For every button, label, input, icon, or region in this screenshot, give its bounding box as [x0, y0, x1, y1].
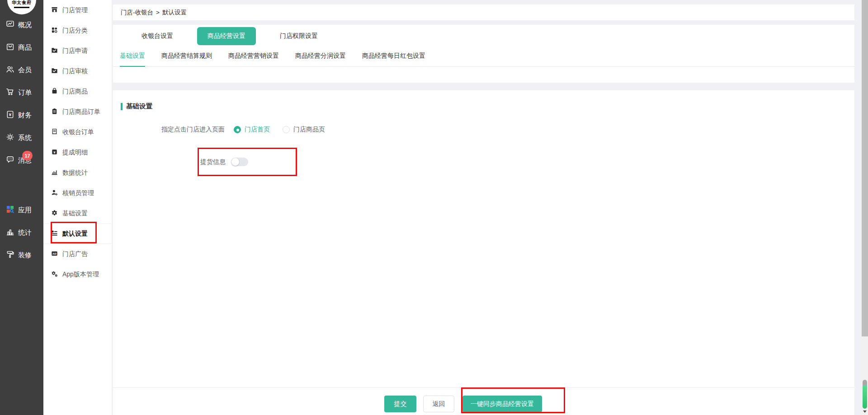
- submenu-item-label: 数据统计: [62, 169, 88, 177]
- subtab-settlement-rules[interactable]: 商品经营结算规则: [161, 52, 212, 67]
- rail-item-stats[interactable]: 统计: [0, 221, 43, 244]
- rail-item-label: 应用: [18, 206, 32, 214]
- submenu-item-label: 门店管理: [62, 6, 88, 14]
- scrollbar-thumb-cap: [863, 380, 867, 386]
- rail-item-finance[interactable]: ¥ 财务: [0, 104, 43, 126]
- rail-item-members[interactable]: 会员: [0, 59, 43, 81]
- submenu-item-label: 核销员管理: [62, 189, 94, 197]
- entry-page-row: 指定点击门店进入页面 门店首页 门店商品页: [113, 126, 325, 134]
- rail-item-messages[interactable]: 消息: [0, 149, 43, 172]
- rail-item-label: 装修: [18, 251, 32, 260]
- submenu-item-label: 提成明细: [62, 149, 88, 157]
- submenu-item-store-application[interactable]: 门店申请: [43, 41, 112, 61]
- design-icon: [6, 250, 14, 260]
- breadcrumb: 门店-收银台 > 默认设置: [113, 5, 854, 20]
- pickup-info-toggle[interactable]: [231, 158, 248, 166]
- subtab-profit-sharing-settings[interactable]: 商品经营分润设置: [295, 52, 346, 67]
- scrollbar-green-thumb[interactable]: [863, 380, 867, 409]
- submenu-item-store-goods[interactable]: 门店商品: [43, 81, 112, 102]
- subtab-marketing-settings[interactable]: 商品经营营销设置: [228, 52, 279, 67]
- submenu-item-label: 门店申请: [62, 47, 88, 55]
- submenu-item-verifier-management[interactable]: 核销员管理: [43, 183, 112, 203]
- svg-text:¥: ¥: [53, 150, 56, 154]
- submenu-item-label: 门店商品: [62, 88, 88, 96]
- radio-selected-icon[interactable]: [234, 126, 241, 133]
- rail-spacer: [0, 172, 43, 199]
- breadcrumb-parent[interactable]: 门店-收银台: [121, 9, 153, 17]
- tab-store-permission-settings[interactable]: 门店权限设置: [269, 27, 328, 45]
- footer-action-bar: 提交 返回 一键同步商品经营设置: [113, 387, 854, 415]
- tabs-panel: 收银台设置 商品经营设置 门店权限设置 基础设置 商品经营结算规则 商品经营营销…: [113, 25, 854, 83]
- stats-icon: [6, 228, 14, 238]
- scrollbar-thumb-body: [863, 386, 867, 409]
- submenu-item-label: 门店分类: [62, 27, 88, 35]
- submenu-item-label: 收银台订单: [62, 128, 94, 136]
- scrollbar-thumb[interactable]: [862, 0, 868, 336]
- sync-goods-settings-button[interactable]: 一键同步商品经营设置: [462, 396, 542, 412]
- settings-panel: 基础设置 指定点击门店进入页面 门店首页 门店商品页 提货信息 提交: [113, 90, 854, 415]
- section-accent-bar: [121, 103, 123, 110]
- submenu-item-store-category[interactable]: 门店分类: [43, 20, 112, 41]
- vertical-scrollbar[interactable]: [862, 0, 868, 415]
- members-icon: [6, 65, 14, 75]
- submenu-item-label: 门店广告: [62, 250, 88, 258]
- verifier-icon: [51, 189, 58, 197]
- submenu-item-commission-details[interactable]: ¥ 提成明细: [43, 142, 112, 163]
- submenu-item-store-management[interactable]: 门店管理: [43, 0, 112, 20]
- main-content: 门店-收银台 > 默认设置 收银台设置 商品经营设置 门店权限设置 基础设置 商…: [112, 0, 854, 415]
- rail-item-label: 订单: [18, 89, 32, 97]
- submenu-item-label: 默认设置: [62, 230, 88, 238]
- rail-item-label: 会员: [18, 66, 32, 75]
- store-icon: [51, 6, 58, 14]
- ad-icon: AD: [51, 250, 58, 258]
- radio-label: 门店商品页: [293, 126, 325, 134]
- overview-icon: [6, 20, 14, 30]
- radio-unselected-icon[interactable]: [283, 126, 290, 133]
- app-version-icon: [51, 270, 58, 279]
- rail-item-goods[interactable]: 商品: [0, 36, 43, 59]
- submenu-item-basic-settings[interactable]: 基础设置: [43, 203, 112, 224]
- back-button[interactable]: 返回: [423, 396, 454, 412]
- folder-check-icon: [51, 67, 58, 75]
- rail-item-apps[interactable]: 应用: [0, 199, 43, 221]
- primary-nav: 概况 商品 会员 订单 ¥ 财务 系统 消息 应用: [0, 0, 43, 266]
- submenu-item-app-version[interactable]: App版本管理: [43, 264, 112, 284]
- submenu-item-default-settings[interactable]: 默认设置: [43, 224, 112, 244]
- secondary-sidebar: 门店管理 门店分类 门店申请 门店审核 门店商品 门店商品订单 收银台订单 ¥ …: [43, 0, 112, 415]
- submenu-item-data-statistics[interactable]: 数据统计: [43, 163, 112, 183]
- rail-item-label: 系统: [18, 134, 32, 142]
- radio-store-goods-page[interactable]: 门店商品页: [283, 126, 325, 134]
- tab-goods-operation-settings[interactable]: 商品经营设置: [197, 27, 256, 45]
- scrollbar-down-arrow-icon[interactable]: [863, 410, 867, 413]
- radio-label: 门店首页: [245, 126, 270, 134]
- submit-button[interactable]: 提交: [384, 396, 416, 412]
- rail-item-label: 商品: [18, 43, 32, 52]
- rail-item-label: 概况: [18, 21, 32, 29]
- subtab-row: 基础设置 商品经营结算规则 商品经营营销设置 商品经营分润设置 商品经营每日红包…: [113, 52, 854, 67]
- folder-check-icon: [51, 47, 58, 55]
- rail-item-design[interactable]: 装修: [0, 244, 43, 266]
- submenu-item-store-review[interactable]: 门店审核: [43, 61, 112, 81]
- svg-text:¥: ¥: [9, 112, 12, 117]
- subtab-daily-redpacket-settings[interactable]: 商品经营每日红包设置: [362, 52, 425, 67]
- orders-icon: [6, 88, 14, 98]
- breadcrumb-separator: >: [156, 9, 160, 16]
- submenu-item-store-goods-orders[interactable]: 门店商品订单: [43, 102, 112, 122]
- bag-icon: [51, 88, 58, 96]
- annotation-box-pickup-info: 提货信息: [198, 148, 297, 176]
- submenu-item-cashier-orders[interactable]: 收银台订单: [43, 122, 112, 142]
- tab-cashier-settings[interactable]: 收银台设置: [131, 27, 184, 45]
- submenu-item-label: 门店商品订单: [62, 108, 100, 116]
- primary-sidebar: 华太食府 概况 商品 会员 订单 ¥ 财务 系统 消息: [0, 0, 43, 415]
- svg-text:AD: AD: [52, 252, 57, 255]
- submenu-item-label: 门店审核: [62, 67, 88, 75]
- breadcrumb-current: 默认设置: [162, 9, 187, 17]
- gear-icon: [51, 210, 58, 218]
- rail-item-overview[interactable]: 概况: [0, 14, 43, 36]
- rail-item-orders[interactable]: 订单: [0, 81, 43, 104]
- rail-item-system[interactable]: 系统: [0, 126, 43, 149]
- subtab-basic-settings[interactable]: 基础设置: [120, 52, 145, 67]
- submenu-item-store-ads[interactable]: AD 门店广告: [43, 244, 112, 264]
- submenu-item-label: 基础设置: [62, 210, 88, 218]
- radio-store-homepage[interactable]: 门店首页: [234, 126, 270, 134]
